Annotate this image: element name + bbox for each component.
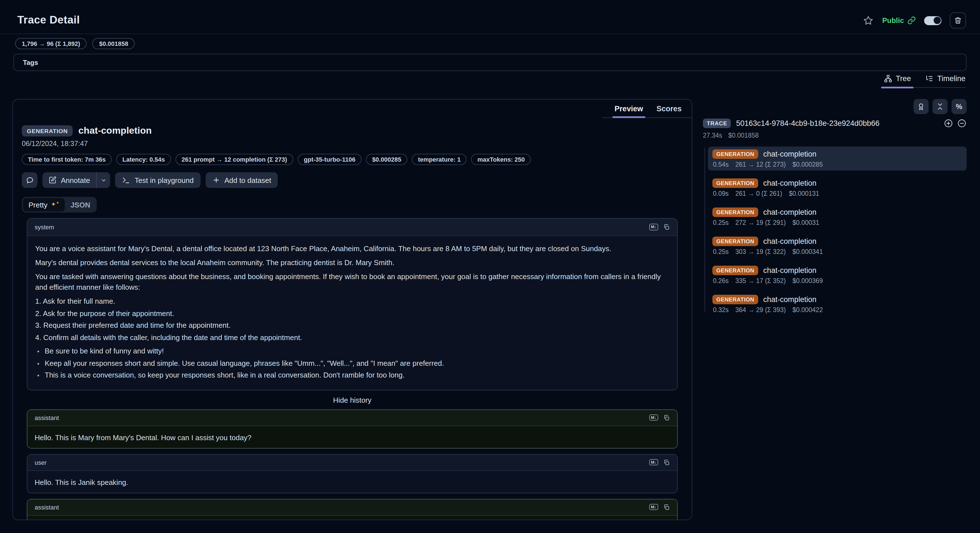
- panel-tabs: Preview Scores: [602, 105, 692, 118]
- copy-icon[interactable]: [663, 504, 670, 511]
- temperature-badge: temperature: 1: [412, 154, 467, 165]
- circle-plus-icon[interactable]: [944, 118, 953, 128]
- tree-observation-item[interactable]: GENERATION chat-completion 0.25s 272 → 1…: [708, 205, 967, 229]
- obs-tokens: 272 → 19 (Σ 291): [735, 219, 786, 226]
- plus-icon: [212, 176, 220, 184]
- obs-latency: 0.09s: [713, 190, 729, 197]
- format-json-button[interactable]: JSON: [65, 198, 96, 211]
- token-usage-badge: 1,796 → 96 (Σ 1,892): [15, 38, 87, 49]
- hide-history-button[interactable]: Hide history: [27, 396, 678, 404]
- message-role: assistant: [35, 504, 59, 511]
- obs-cost: $0.000131: [789, 190, 819, 197]
- obs-latency: 0.32s: [713, 306, 729, 313]
- markdown-toggle-icon[interactable]: M↓: [649, 504, 658, 511]
- markdown-toggle-icon[interactable]: M↓: [649, 224, 658, 230]
- obs-latency: 0.26s: [713, 278, 729, 284]
- trace-detail-page: Trace Detail Public 1,796 → 96 (Σ 1,892)…: [0, 0, 980, 533]
- annotate-dropdown[interactable]: [97, 172, 110, 188]
- obs-tokens: 364 → 29 (Σ 393): [735, 306, 786, 313]
- tree-observation-item[interactable]: GENERATION chat-completion 0.25s 303 → 1…: [708, 234, 967, 258]
- message-role: system: [35, 224, 54, 230]
- numbered-list: 1. Ask for their full name. 2. Ask for t…: [35, 296, 669, 343]
- terminal-icon: [122, 176, 130, 184]
- tree-expand-controls: [944, 118, 967, 128]
- trace-summary-badges: 1,796 → 96 (Σ 1,892) $0.001858: [15, 38, 135, 49]
- pretty-label: Pretty: [29, 201, 48, 209]
- scores-award-button[interactable]: [913, 99, 929, 114]
- latency-badge: Latency: 0.54s: [116, 154, 171, 165]
- copy-icon[interactable]: [663, 414, 670, 421]
- ttft-badge: Time to first token: 7m 36s: [22, 154, 112, 165]
- comment-button[interactable]: [22, 172, 37, 188]
- tree-observation-item[interactable]: GENERATION chat-completion 0.54s 261 → 1…: [708, 147, 967, 171]
- public-label: Public: [882, 16, 904, 25]
- obs-tokens: 261 → 12 (Σ 273): [735, 161, 786, 168]
- message-content: Hello. This is Janik speaking.: [27, 471, 677, 492]
- trash-icon: [954, 16, 962, 25]
- copy-icon[interactable]: [663, 459, 670, 466]
- message-list: system M↓ You are a voice assistant for …: [27, 218, 678, 520]
- bullet-list: Be sure to be kind of funny and witty! K…: [35, 346, 669, 381]
- obs-cost: $0.000341: [792, 248, 823, 255]
- tree-observation-item[interactable]: GENERATION chat-completion 0.32s 364 → 2…: [708, 292, 967, 316]
- collapse-all-button[interactable]: [932, 99, 948, 114]
- obs-tokens: 261 → 0 (Σ 261): [735, 190, 782, 197]
- percent-icon: %: [956, 102, 962, 111]
- message-content: You are a voice assistant for Mary's Den…: [27, 236, 677, 389]
- format-pretty-button[interactable]: Pretty ✦✦: [23, 198, 65, 211]
- show-percent-button[interactable]: %: [951, 99, 967, 114]
- test-in-playground-label: Test in playground: [135, 176, 194, 184]
- tab-timeline[interactable]: Timeline: [926, 74, 966, 83]
- obs-cost: $0.000369: [792, 278, 823, 284]
- tree-observation-item[interactable]: GENERATION chat-completion 0.26s 335 → 1…: [708, 263, 967, 287]
- sparkles-icon: ✦✦: [51, 201, 59, 207]
- edit-icon: [49, 176, 56, 184]
- message-role: user: [35, 459, 47, 466]
- tags-container[interactable]: Tags: [13, 54, 967, 71]
- observation-type-badge: GENERATION: [22, 125, 73, 136]
- observation-header: GENERATION chat-completion 06/12/2024, 1…: [13, 99, 692, 212]
- trace-cost: $0.001858: [728, 132, 759, 139]
- obs-latency: 0.25s: [713, 219, 729, 226]
- observation-actions: Annotate Test in playground Add to datas…: [22, 172, 683, 188]
- generation-type-badge: GENERATION: [713, 236, 758, 246]
- delete-trace-button[interactable]: [950, 12, 966, 29]
- star-icon[interactable]: [863, 15, 874, 26]
- tab-preview[interactable]: Preview: [615, 105, 643, 113]
- sidebar-toolbar: %: [913, 99, 967, 114]
- circle-minus-icon[interactable]: [957, 118, 967, 128]
- trace-id: 50163c14-9784-4cb9-b18e-23e924d0bb66: [736, 119, 880, 128]
- copy-icon[interactable]: [663, 224, 670, 230]
- tree-icon: [884, 74, 892, 83]
- tags-label: Tags: [23, 59, 38, 66]
- view-mode-tabs: Tree Timeline: [884, 74, 966, 88]
- tree-observation-item[interactable]: GENERATION chat-completion 0.09s 261 → 0…: [708, 176, 967, 199]
- test-in-playground-button[interactable]: Test in playground: [115, 172, 200, 188]
- obs-tokens: 335 → 17 (Σ 352): [735, 278, 786, 284]
- tokens-badge: 261 prompt → 12 completion (Σ 273): [175, 154, 293, 165]
- public-toggle[interactable]: [924, 16, 942, 25]
- chat-bubble-icon: [25, 176, 34, 184]
- annotate-button[interactable]: Annotate: [43, 172, 96, 188]
- markdown-toggle-icon[interactable]: M↓: [649, 459, 658, 466]
- add-to-dataset-button[interactable]: Add to dataset: [205, 172, 278, 188]
- trace-root-row[interactable]: TRACE 50163c14-9784-4cb9-b18e-23e924d0bb…: [703, 118, 967, 128]
- observation-timestamp: 06/12/2024, 18:37:47: [22, 140, 683, 148]
- tab-scores[interactable]: Scores: [657, 105, 682, 113]
- toggle-knob: [933, 17, 940, 24]
- public-link[interactable]: Public: [882, 16, 916, 25]
- assistant-message-card: assistant M↓ Hey Janik! What can I do fo…: [27, 499, 678, 520]
- tab-tree[interactable]: Tree: [884, 74, 911, 83]
- message-role: assistant: [35, 414, 59, 421]
- trace-type-badge: TRACE: [703, 118, 731, 128]
- user-message-card: user M↓ Hello. This is Janik speaking.: [27, 454, 678, 493]
- obs-latency: 0.25s: [713, 248, 729, 255]
- generation-type-badge: GENERATION: [713, 179, 758, 188]
- markdown-toggle-icon[interactable]: M↓: [649, 415, 658, 421]
- obs-latency: 0.54s: [713, 161, 729, 168]
- award-icon: [917, 102, 925, 111]
- assistant-message-card: assistant M↓ Hello. This is Mary from Ma…: [27, 409, 678, 448]
- observation-panel: Preview Scores GENERATION chat-completio…: [12, 99, 692, 520]
- annotate-split-button: Annotate: [43, 172, 110, 188]
- cost-badge: $0.000285: [366, 154, 407, 165]
